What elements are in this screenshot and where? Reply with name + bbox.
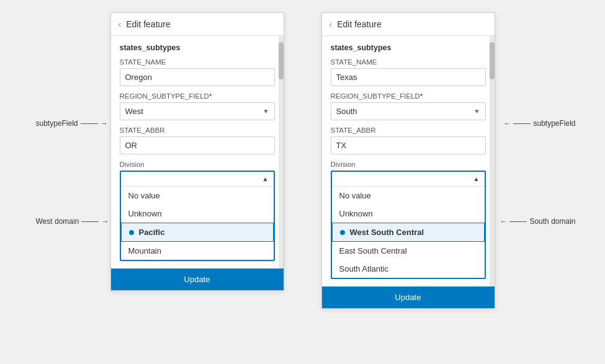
right-option-unknown-label: Unknown	[339, 209, 373, 218]
right-scroll-track	[490, 36, 495, 286]
right-option-east-south-central[interactable]: East South Central	[332, 242, 485, 260]
left-option-pacific[interactable]: Pacific	[121, 223, 274, 242]
left-scroll-thumb[interactable]	[279, 42, 284, 79]
annotation-line-right-south	[509, 221, 527, 222]
annotation-line-right-subtype	[513, 123, 531, 124]
left-option-no-value-label: No value	[128, 191, 160, 200]
right-section-title: states_subtypes	[331, 43, 486, 52]
left-division-chevron-up: ▲	[262, 175, 269, 182]
annotation-line-left-subtype	[81, 123, 98, 124]
left-option-unknown-label: Unknown	[128, 209, 162, 218]
annotation-subtype-field-left: subtypeField →	[36, 119, 108, 128]
right-option-south-atlantic[interactable]: South Atlantic	[332, 260, 485, 278]
right-region-value: South	[336, 107, 357, 116]
left-option-mountain[interactable]: Mountain	[121, 242, 274, 260]
left-division-trigger[interactable]: ▲	[121, 172, 274, 186]
left-division-options-list: No value Unknown Pacific Mountain	[121, 186, 274, 260]
annotation-subtype-label-right: subtypeField	[533, 119, 575, 128]
left-option-mountain-label: Mountain	[128, 246, 161, 255]
annotation-arrow-left-subtype: →	[101, 119, 108, 128]
left-division-dropdown[interactable]: ▲ No value Unknown Pacific	[120, 171, 275, 261]
right-division-options-list: No value Unknown West South Central East…	[332, 186, 485, 278]
left-option-pacific-label: Pacific	[139, 228, 165, 237]
left-division-label: Division	[120, 161, 275, 168]
right-option-west-south-central[interactable]: West South Central	[332, 223, 485, 242]
right-option-wsc-label: West South Central	[350, 228, 424, 237]
left-panel-scroll[interactable]: states_subtypes STATE_NAME REGION_SUBTYP…	[111, 36, 284, 269]
left-state-abbr-input[interactable]	[120, 136, 275, 154]
right-state-abbr-label: STATE_ABBR	[331, 127, 486, 134]
left-state-abbr-label: STATE_ABBR	[120, 127, 275, 134]
right-state-name-label: STATE_NAME	[331, 58, 486, 66]
right-option-wsc-dot	[340, 230, 345, 235]
right-option-esc-label: East South Central	[339, 246, 407, 255]
left-section-title: states_subtypes	[120, 43, 275, 52]
right-option-sa-label: South Atlantic	[339, 264, 389, 273]
left-region-chevron: ▼	[263, 108, 269, 115]
left-option-pacific-dot	[129, 230, 134, 235]
right-panel: ‹ Edit feature states_subtypes STATE_NAM…	[321, 12, 495, 309]
left-panel-title: Edit feature	[126, 19, 171, 29]
right-option-no-value[interactable]: No value	[332, 187, 485, 205]
left-region-select[interactable]: West ▼	[120, 102, 275, 120]
right-division-dropdown[interactable]: ▲ No value Unknown West South Central	[331, 171, 486, 279]
annotation-south-label: South domain	[529, 217, 575, 226]
annotation-arrow-right-south: ←	[500, 217, 507, 226]
left-update-button[interactable]: Update	[111, 269, 284, 290]
right-region-select[interactable]: South ▼	[331, 102, 486, 120]
left-region-value: West	[125, 107, 143, 116]
page-wrapper: subtypeField → West domain → ‹ Edit feat…	[0, 0, 605, 364]
left-scroll-track	[279, 36, 284, 269]
right-update-button[interactable]: Update	[322, 286, 495, 308]
right-division-label: Division	[331, 161, 486, 168]
annotation-subtype-label-left: subtypeField	[36, 119, 78, 128]
right-back-button[interactable]: ‹	[329, 19, 333, 29]
annotation-arrow-right-subtype: ←	[503, 119, 511, 128]
annotation-west-domain: West domain →	[36, 217, 109, 226]
annotation-south-domain: ← South domain	[500, 217, 575, 226]
annotation-subtype-field-right: ← subtypeField	[503, 119, 575, 128]
right-panel-header: ‹ Edit feature	[322, 13, 495, 36]
left-region-label: REGION_SUBTYPE_FIELD	[120, 92, 275, 100]
left-option-no-value[interactable]: No value	[121, 187, 274, 205]
right-panel-scroll[interactable]: states_subtypes STATE_NAME REGION_SUBTYP…	[322, 36, 495, 286]
right-state-abbr-input[interactable]	[331, 136, 486, 154]
right-panel-title: Edit feature	[337, 19, 382, 29]
left-state-name-label: STATE_NAME	[120, 58, 275, 66]
annotation-west-label: West domain	[36, 217, 79, 226]
right-region-chevron: ▼	[474, 108, 480, 115]
right-division-chevron-up: ▲	[473, 175, 480, 182]
left-option-unknown[interactable]: Unknown	[121, 205, 274, 223]
annotation-arrow-left-west: →	[101, 217, 109, 226]
right-division-trigger[interactable]: ▲	[332, 172, 485, 186]
right-scroll-thumb[interactable]	[490, 42, 495, 79]
left-panel-area: subtypeField → West domain → ‹ Edit feat…	[110, 12, 284, 291]
right-option-unknown[interactable]: Unknown	[332, 205, 485, 223]
right-state-name-input[interactable]	[331, 68, 486, 86]
left-panel: ‹ Edit feature states_subtypes STATE_NAM…	[110, 12, 284, 291]
left-panel-header: ‹ Edit feature	[111, 13, 284, 36]
right-region-label: REGION_SUBTYPE_FIELD	[331, 92, 486, 100]
annotation-line-left-west	[81, 221, 99, 222]
left-state-name-input[interactable]	[120, 68, 275, 86]
right-option-no-value-label: No value	[339, 191, 371, 200]
right-panel-area: ← subtypeField ← South domain ‹ Edit fea…	[321, 12, 495, 309]
left-back-button[interactable]: ‹	[119, 19, 122, 29]
